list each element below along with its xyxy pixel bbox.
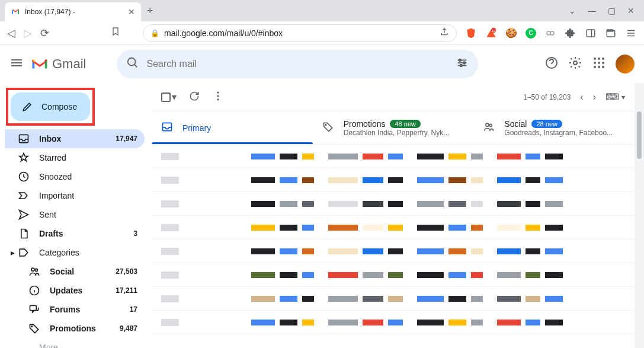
nav-count: 17: [130, 305, 137, 314]
search-input[interactable]: [146, 59, 448, 69]
address-bar[interactable]: 🔒 mail.google.com/mail/u/0/#inbox: [143, 24, 457, 42]
tab-close-icon[interactable]: ✕: [128, 7, 135, 17]
browser-tab[interactable]: Inbox (17,947) - ✕: [5, 2, 141, 21]
sidepanel-icon[interactable]: [585, 27, 597, 39]
tab-primary[interactable]: Primary: [152, 111, 313, 144]
sidebar-item-social[interactable]: Social27,503: [5, 262, 145, 281]
more-label: More: [39, 343, 58, 348]
redacted-text: [417, 272, 444, 278]
sidebar-item-inbox[interactable]: Inbox17,947: [5, 129, 145, 148]
redacted-text: [302, 201, 314, 207]
mail-row[interactable]: [152, 240, 635, 263]
sidebar-item-sent[interactable]: Sent: [5, 205, 145, 224]
main-menu-icon[interactable]: [9, 56, 24, 72]
back-button[interactable]: ◁: [7, 27, 15, 40]
sidebar-item-updates[interactable]: Updates17,211: [5, 281, 145, 300]
pencil-icon: [21, 101, 33, 113]
browser-menu-icon[interactable]: [625, 27, 637, 39]
account-avatar[interactable]: [616, 55, 635, 74]
next-page-button[interactable]: ›: [593, 92, 596, 103]
maximize-icon[interactable]: ▢: [608, 6, 616, 15]
redacted-text: [388, 201, 403, 207]
close-window-icon[interactable]: ✕: [627, 6, 635, 15]
gmail-logo[interactable]: Gmail: [31, 56, 86, 72]
redacted-text: [448, 248, 466, 254]
star-icon: [18, 152, 30, 164]
redacted-text: [526, 154, 540, 159]
redacted-text: [302, 320, 314, 325]
redacted-text: [363, 320, 383, 325]
cookie-icon[interactable]: 🍪: [505, 27, 517, 39]
bookmark-icon[interactable]: [111, 27, 120, 39]
tab-promotions[interactable]: Promotions48 newDecathlon India, Pepperf…: [313, 111, 474, 144]
link-icon[interactable]: [544, 27, 556, 39]
scrollbar[interactable]: [635, 83, 644, 348]
redacted-text: [328, 201, 358, 207]
extensions-icon[interactable]: [565, 27, 576, 39]
nav-label: Social: [50, 267, 74, 276]
nav-label: Inbox: [39, 134, 61, 143]
mail-row[interactable]: [152, 263, 635, 287]
sidebar-item-starred[interactable]: Starred: [5, 148, 145, 167]
sidebar-item-snoozed[interactable]: Snoozed: [5, 167, 145, 186]
minimize-icon[interactable]: —: [588, 6, 596, 15]
mail-row[interactable]: [152, 311, 635, 334]
wallet-icon[interactable]: [605, 27, 617, 39]
redacted-text: [417, 201, 444, 207]
redacted-text: [545, 177, 563, 183]
apps-icon[interactable]: [592, 56, 606, 72]
prev-page-button[interactable]: ‹: [580, 92, 583, 103]
redacted-text: [417, 296, 444, 302]
mail-row[interactable]: [152, 192, 635, 216]
input-tools-button[interactable]: ⌨ ▾: [605, 91, 625, 103]
compose-button[interactable]: Compose: [11, 92, 90, 121]
redacted-text: [302, 296, 314, 302]
tab-subtitle: Goodreads, Instagram, Faceboo...: [504, 129, 613, 137]
redacted-text: [448, 154, 466, 159]
extension-c-icon[interactable]: C: [526, 28, 536, 39]
mail-row[interactable]: [152, 216, 635, 240]
redacted-text: [251, 177, 275, 183]
share-icon[interactable]: [440, 27, 449, 39]
reload-button[interactable]: ⟳: [40, 27, 49, 40]
mail-row[interactable]: [152, 168, 635, 192]
forum-icon: [28, 304, 40, 315]
redacted-text: [363, 201, 383, 207]
sidebar-item-important[interactable]: Important: [5, 186, 145, 205]
new-tab-button[interactable]: +: [147, 5, 153, 17]
browser-tab-strip: Inbox (17,947) - ✕ + ⌄ — ▢ ✕: [0, 0, 644, 21]
send-icon: [18, 209, 30, 221]
tab-social[interactable]: Social28 newGoodreads, Instagram, Facebo…: [473, 111, 635, 144]
brave-icon[interactable]: [465, 27, 477, 39]
support-icon[interactable]: [544, 56, 559, 72]
sidebar-item-drafts[interactable]: Drafts3: [5, 224, 145, 243]
scroll-thumb[interactable]: [637, 111, 642, 159]
refresh-button[interactable]: [188, 90, 200, 104]
people-icon: [483, 121, 495, 135]
svg-point-48: [490, 124, 492, 126]
forward-button[interactable]: ▷: [24, 27, 32, 40]
redacted-text: [497, 272, 521, 278]
search-options-icon[interactable]: [456, 56, 469, 72]
more-actions-button[interactable]: [212, 90, 224, 104]
redacted-text: [448, 225, 466, 231]
mail-row[interactable]: [152, 145, 635, 168]
window-controls: ⌄ — ▢ ✕: [569, 6, 639, 15]
svg-rect-11: [11, 59, 22, 60]
sidebar-item-categories[interactable]: ▸Categories: [5, 243, 145, 262]
nav-label: Promotions: [50, 324, 96, 333]
redacted-sender: [161, 272, 179, 279]
sidebar-item-forums[interactable]: Forums17: [5, 300, 145, 319]
search-box[interactable]: [117, 50, 478, 78]
redacted-text: [328, 177, 358, 183]
brave-shield-icon[interactable]: 10: [485, 27, 497, 39]
chevron-down-icon[interactable]: ⌄: [569, 6, 576, 15]
svg-rect-40: [30, 305, 37, 310]
sidebar-item-more[interactable]: ⌄ More: [5, 338, 145, 348]
sidebar-item-promotions[interactable]: Promotions9,487: [5, 319, 145, 338]
new-badge: 48 new: [390, 120, 420, 128]
redacted-text: [471, 177, 483, 183]
mail-row[interactable]: [152, 287, 635, 311]
select-all-checkbox[interactable]: ▾: [161, 91, 177, 103]
settings-icon[interactable]: [568, 56, 582, 72]
